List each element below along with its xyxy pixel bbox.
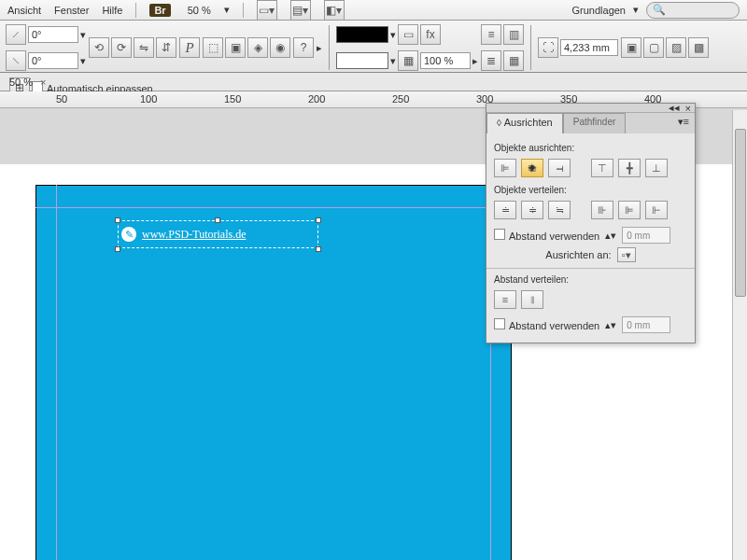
panel-menu-icon[interactable]: ▾≡	[672, 113, 695, 133]
panel-header[interactable]: ◂◂×	[486, 104, 695, 113]
scrollbar-thumb[interactable]	[735, 129, 746, 297]
menu-bar: Ansicht Fenster Hilfe Br 50 %▾ ▭▾ ▤▾ ◧▾ …	[0, 0, 747, 21]
guide-horizontal[interactable]	[35, 207, 512, 208]
section-distribute-spacing: Abstand verteilen:	[494, 274, 687, 285]
use-spacing-checkbox-2[interactable]: Abstand verwenden	[494, 318, 599, 331]
fill-swatch[interactable]	[336, 26, 388, 43]
opacity-field[interactable]: 100 %	[420, 52, 471, 69]
select-content-icon[interactable]: ▣	[225, 37, 246, 58]
url-text: www.PSD-Tutorials.de	[142, 228, 246, 242]
guide-vertical[interactable]	[56, 185, 57, 560]
flip-h-icon[interactable]: ⇋	[134, 37, 154, 58]
align-to-selector[interactable]: ▫▾	[617, 247, 636, 262]
control-toolbar: ⟋ 0°▾ ⟍ 0°▾ ⟲ ⟳ ⇋ ⇵ P ⬚ ▣ ◈ ◉ ?▸ ▾ ▭ fx …	[0, 21, 747, 73]
align-to-label: Ausrichten an:	[545, 249, 611, 260]
menu-fenster[interactable]: Fenster	[54, 5, 89, 16]
ruler-tick: 100	[140, 93, 157, 105]
divider	[329, 25, 330, 70]
workspace-switcher[interactable]: Grundlagen	[572, 5, 627, 16]
selection-handle[interactable]	[316, 246, 321, 252]
ruler-tick: 200	[308, 93, 325, 105]
divider	[530, 25, 531, 70]
text-wrap-icon[interactable]: ▦	[503, 50, 524, 71]
select-container-icon[interactable]: ⬚	[203, 37, 223, 58]
rotate-cw-icon[interactable]: ⟳	[111, 37, 132, 58]
fit-content-icon[interactable]: ▣	[621, 37, 641, 58]
select-next-icon[interactable]: ◉	[270, 37, 290, 58]
view-options-icon[interactable]: ▤▾	[290, 0, 311, 21]
menu-hilfe[interactable]: Hilfe	[102, 5, 122, 16]
separator	[243, 3, 244, 18]
tab-ausrichten[interactable]: ◊ Ausrichten	[486, 113, 563, 133]
distribute-bottom-icon[interactable]: ≒	[548, 201, 571, 219]
search-input[interactable]: 🔍	[646, 2, 740, 19]
fill-frame-icon[interactable]: ▩	[688, 37, 709, 58]
text-align-icon[interactable]: ≡	[481, 24, 501, 45]
close-tab-icon[interactable]: ×	[40, 77, 46, 88]
spacing-field[interactable]: 0 mm	[622, 227, 670, 244]
select-prev-icon[interactable]: ◈	[247, 37, 268, 58]
frame-fit-icon[interactable]: ⛶	[538, 37, 558, 58]
stepper-icon[interactable]: ▴▾	[605, 230, 616, 242]
stroke-swatch[interactable]	[336, 52, 388, 69]
zoom-level[interactable]: 50 %	[188, 5, 211, 16]
spacing-field-2[interactable]: 0 mm	[622, 316, 670, 333]
screen-mode-icon[interactable]: ▭▾	[257, 0, 277, 21]
distribute-hcenter-icon[interactable]: ⊫	[618, 201, 641, 219]
search-icon: 🔍	[653, 4, 666, 16]
use-spacing-checkbox[interactable]: Abstand verwenden	[494, 229, 599, 242]
arrange-icon[interactable]: ◧▾	[324, 0, 345, 21]
selection-handle[interactable]	[316, 217, 321, 223]
center-content-icon[interactable]: ▨	[666, 37, 686, 58]
measure-field[interactable]: 4,233 mm	[560, 39, 618, 56]
align-bottom-icon[interactable]: ⊥	[645, 159, 668, 177]
selection-handle[interactable]	[115, 246, 120, 252]
tab-pathfinder[interactable]: Pathfinder	[563, 113, 627, 133]
selection-handle[interactable]	[215, 217, 220, 223]
stroke-weight-icon[interactable]: ▭	[398, 24, 418, 45]
align-hcenter-icon[interactable]: ⧉✦	[521, 159, 543, 177]
bridge-button[interactable]: Br	[149, 4, 170, 17]
shear-y-icon[interactable]: ⟍	[6, 50, 26, 71]
selected-text-frame[interactable]: ✎ www.PSD-Tutorials.de	[118, 220, 318, 248]
divider	[486, 268, 695, 269]
align-panel: ◂◂× ◊ Ausrichten Pathfinder ▾≡ Objekte a…	[486, 103, 696, 343]
distribute-right-icon[interactable]: ⊩	[645, 201, 668, 219]
help-icon[interactable]: ?	[293, 37, 314, 58]
fit-frame-icon[interactable]: ▢	[643, 37, 664, 58]
opacity-icon[interactable]: ▦	[398, 50, 418, 71]
section-align-objects: Objekte ausrichten:	[494, 143, 687, 153]
vertical-scrollbar[interactable]	[732, 110, 747, 560]
selection-handle[interactable]	[115, 217, 120, 223]
rotate-ccw-icon[interactable]: ⟲	[89, 37, 109, 58]
distribute-hspace-icon[interactable]: ⦀	[521, 290, 543, 309]
angle-field-1[interactable]: 0°	[28, 26, 78, 43]
ruler-tick: 50	[56, 93, 67, 105]
menu-ansicht[interactable]: Ansicht	[7, 5, 41, 16]
stepper-icon[interactable]: ▴▾	[605, 319, 616, 331]
distribute-vcenter-icon[interactable]: ≑	[521, 201, 543, 219]
align-vcenter-icon[interactable]: ╋	[618, 159, 641, 177]
align-left-icon[interactable]: ⊫	[494, 159, 516, 177]
flip-v-icon[interactable]: ⇵	[156, 37, 176, 58]
effects-icon[interactable]: fx	[420, 24, 441, 45]
ruler-tick: 150	[224, 93, 241, 105]
distribute-vspace-icon[interactable]: ≡	[494, 290, 516, 309]
angle-field-2[interactable]: 0°	[28, 52, 78, 69]
align-right-icon[interactable]: ⫤	[548, 159, 571, 177]
align-top-icon[interactable]: ⊤	[591, 159, 613, 177]
separator	[135, 3, 136, 18]
paragraph-style-icon[interactable]: P	[179, 37, 200, 58]
section-distribute-objects: Objekte verteilen:	[494, 185, 687, 195]
distribute-left-icon[interactable]: ⊪	[591, 201, 613, 219]
shear-x-icon[interactable]: ⟋	[6, 24, 26, 45]
text-justify-icon[interactable]: ≣	[481, 50, 501, 71]
document-zoom-tab[interactable]: 50 %	[9, 77, 33, 88]
ruler-tick: 250	[392, 93, 409, 105]
distribute-top-icon[interactable]: ≐	[494, 201, 516, 219]
close-panel-icon[interactable]: ×	[685, 103, 691, 114]
pen-icon: ✎	[121, 227, 136, 242]
columns-icon[interactable]: ▥	[503, 24, 524, 45]
